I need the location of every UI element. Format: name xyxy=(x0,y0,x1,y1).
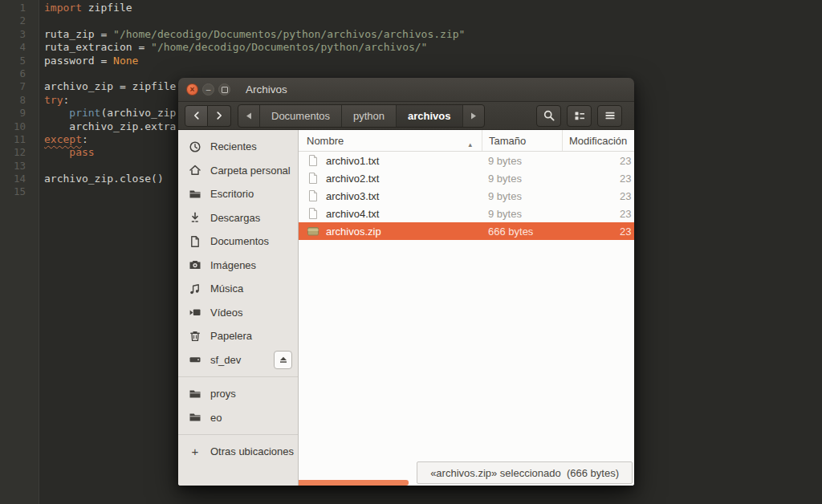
horizontal-scrollbar[interactable] xyxy=(299,480,409,486)
sidebar-item-label: Documentos xyxy=(210,235,269,247)
sidebar-item-label: eo xyxy=(210,412,222,424)
home-icon xyxy=(189,164,201,177)
zip-archive-icon xyxy=(307,225,319,238)
sidebar-item-papelera[interactable]: Papelera xyxy=(178,324,298,348)
maximize-button[interactable] xyxy=(218,83,230,96)
list-header: Nombre▴ Tamaño Modificación xyxy=(299,130,634,152)
file-size: 9 bytes xyxy=(482,155,562,167)
file-name: archivo2.txt xyxy=(326,173,379,185)
folder-icon xyxy=(189,188,201,201)
files-window: × – Archivos Documentos python archivos xyxy=(178,78,634,486)
forward-button[interactable] xyxy=(208,105,231,127)
triangle-left-icon xyxy=(246,112,252,120)
text-file-icon xyxy=(307,189,319,202)
column-header-modificacion[interactable]: Modificación xyxy=(562,130,634,151)
sidebar-item-descargas[interactable]: Descargas xyxy=(178,206,298,230)
window-body: Recientes Carpeta personal Escritorio De… xyxy=(178,130,634,486)
folder-icon xyxy=(189,388,201,400)
minimize-button[interactable]: – xyxy=(202,83,214,96)
breadcrumb-scroll-left[interactable] xyxy=(238,105,259,127)
file-row[interactable]: archivo2.txt 9 bytes 23 xyxy=(299,169,634,187)
status-bar: «archivos.zip» seleccionado (666 bytes) xyxy=(417,461,633,484)
file-modified: 23 xyxy=(562,226,634,238)
breadcrumb: Documentos python archivos xyxy=(238,104,485,128)
nav-buttons xyxy=(185,105,231,127)
menu-button[interactable] xyxy=(597,105,622,127)
eject-icon xyxy=(279,355,288,364)
sidebar-item-videos[interactable]: Vídeos xyxy=(178,301,298,325)
search-button[interactable] xyxy=(536,105,561,127)
line-number: 5 xyxy=(0,55,39,67)
chevron-left-icon xyxy=(191,110,202,121)
sidebar-item-musica[interactable]: Música xyxy=(178,277,298,301)
eject-button[interactable] xyxy=(274,351,292,369)
maximize-icon xyxy=(222,87,228,93)
sidebar-item-label: Escritorio xyxy=(210,188,254,200)
text-file-icon xyxy=(307,172,319,185)
file-row[interactable]: archivo4.txt 9 bytes 23 xyxy=(299,205,634,222)
file-list-pane[interactable]: Nombre▴ Tamaño Modificación archivo1.txt… xyxy=(299,130,634,486)
sidebar-separator xyxy=(178,434,298,435)
breadcrumb-scroll-right[interactable] xyxy=(462,105,484,127)
sidebar-item-documentos[interactable]: Documentos xyxy=(178,230,298,254)
camera-icon xyxy=(189,258,201,271)
sidebar-item-recientes[interactable]: Recientes xyxy=(178,135,298,159)
line-number: 6 xyxy=(0,67,39,80)
code-line: 2 xyxy=(0,14,822,27)
breadcrumb-segment-documentos[interactable]: Documentos xyxy=(259,105,341,127)
file-name: archivo4.txt xyxy=(326,208,379,220)
sidebar-item-label: Otras ubicaciones xyxy=(210,445,294,457)
sidebar-item-label: Recientes xyxy=(210,140,257,152)
sidebar-item-label: sf_dev xyxy=(210,354,241,366)
drive-icon xyxy=(189,353,201,366)
breadcrumb-segment-archivos[interactable]: archivos xyxy=(396,105,462,127)
line-number: 14 xyxy=(0,173,39,185)
back-button[interactable] xyxy=(185,105,208,127)
toolbar-right-buttons xyxy=(536,105,622,127)
search-icon xyxy=(543,109,555,122)
breadcrumb-segment-python[interactable]: python xyxy=(341,105,396,127)
line-number: 13 xyxy=(0,160,39,173)
video-icon xyxy=(189,306,201,319)
line-number: 7 xyxy=(0,80,39,93)
file-row[interactable]: archivo1.txt 9 bytes 23 xyxy=(299,152,634,169)
file-size: 9 bytes xyxy=(482,173,562,185)
sidebar-item-sf-dev[interactable]: sf_dev xyxy=(178,348,298,372)
file-name: archivo3.txt xyxy=(326,190,379,202)
line-number: 9 xyxy=(0,107,39,120)
line-number: 4 xyxy=(0,41,39,54)
file-row-selected[interactable]: archivos.zip 666 bytes 23 xyxy=(299,222,634,240)
column-header-nombre[interactable]: Nombre▴ xyxy=(299,135,482,147)
code-line: 1import zipfile xyxy=(0,2,822,14)
file-row[interactable]: archivo3.txt 9 bytes 23 xyxy=(299,187,634,205)
view-options-button[interactable] xyxy=(567,105,592,127)
window-title: Archivos xyxy=(246,83,287,96)
triangle-right-icon xyxy=(470,112,477,120)
column-header-tamano[interactable]: Tamaño xyxy=(482,130,562,151)
titlebar[interactable]: × – Archivos xyxy=(178,78,634,102)
trash-icon xyxy=(189,330,201,343)
toolbar: Documentos python archivos xyxy=(178,102,634,130)
chevron-right-icon xyxy=(214,110,225,121)
file-name: archivos.zip xyxy=(326,226,381,238)
list-view-icon xyxy=(573,109,586,122)
file-modified: 23 xyxy=(562,155,634,167)
close-button[interactable]: × xyxy=(186,83,198,96)
sidebar-item-proys[interactable]: proys xyxy=(178,382,298,406)
line-number: 11 xyxy=(0,133,39,146)
file-size: 9 bytes xyxy=(482,208,562,220)
file-name: archivo1.txt xyxy=(326,155,379,167)
code-line: 4ruta_extracion = "/home/decodigo/Docume… xyxy=(0,41,822,54)
text-file-icon xyxy=(307,207,319,220)
sidebar-item-escritorio[interactable]: Escritorio xyxy=(178,182,298,206)
sidebar: Recientes Carpeta personal Escritorio De… xyxy=(178,130,299,486)
file-modified: 23 xyxy=(562,173,634,185)
sidebar-item-label: Carpeta personal xyxy=(210,165,291,177)
document-icon xyxy=(189,235,201,248)
sidebar-item-carpeta-personal[interactable]: Carpeta personal xyxy=(178,159,298,183)
sidebar-item-otras-ubicaciones[interactable]: + Otras ubicaciones xyxy=(178,440,298,464)
sidebar-item-eo[interactable]: eo xyxy=(178,406,298,430)
file-size: 9 bytes xyxy=(482,190,562,202)
plus-icon: + xyxy=(189,445,201,458)
sidebar-item-imagenes[interactable]: Imágenes xyxy=(178,254,298,278)
